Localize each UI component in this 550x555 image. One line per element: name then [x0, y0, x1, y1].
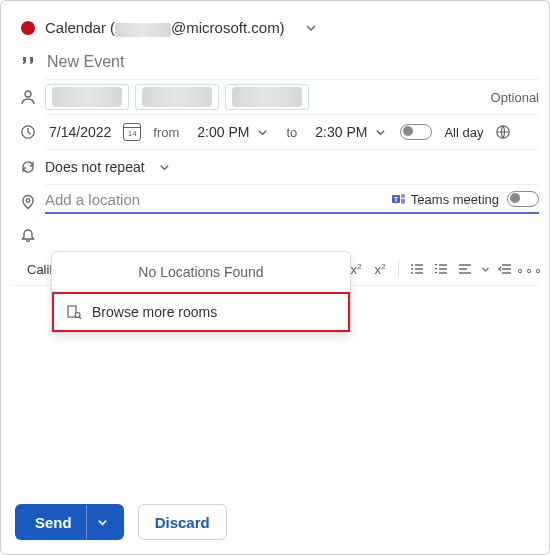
- repeat-icon: [11, 159, 45, 175]
- all-day-label: All day: [440, 125, 487, 140]
- all-day-toggle[interactable]: [400, 124, 432, 140]
- svg-rect-20: [459, 268, 467, 269]
- event-title-input[interactable]: [45, 52, 539, 72]
- timezone-icon[interactable]: [495, 124, 511, 140]
- end-time-select[interactable]: 2:30 PM: [309, 122, 392, 142]
- svg-point-0: [25, 91, 31, 97]
- from-label: from: [149, 125, 183, 140]
- more-options-button[interactable]: ∘∘∘: [519, 262, 539, 277]
- attendee-chip[interactable]: [135, 84, 219, 110]
- svg-point-7: [411, 264, 413, 266]
- align-button[interactable]: [455, 262, 475, 276]
- calendar-color-dot: [21, 21, 35, 35]
- quote-icon: [11, 54, 45, 70]
- attendees-field[interactable]: Optional: [45, 84, 539, 110]
- numbered-list-button[interactable]: [431, 262, 451, 276]
- clock-icon: [11, 124, 45, 140]
- svg-rect-24: [502, 272, 511, 273]
- svg-rect-23: [502, 268, 511, 269]
- chevron-down-icon[interactable]: [479, 259, 491, 279]
- svg-point-9: [411, 268, 413, 270]
- svg-rect-16: [435, 264, 437, 265]
- discard-button[interactable]: Discard: [138, 504, 227, 540]
- svg-rect-10: [415, 268, 423, 269]
- date-picker[interactable]: 7/14/2022: [45, 122, 115, 142]
- outdent-button[interactable]: [495, 262, 515, 276]
- svg-point-11: [411, 272, 413, 274]
- svg-rect-13: [439, 264, 447, 265]
- calendar-account-label[interactable]: Calendar (@microsoft.com): [45, 19, 285, 36]
- svg-rect-18: [435, 272, 437, 273]
- svg-rect-19: [459, 264, 471, 265]
- optional-attendees-button[interactable]: Optional: [483, 90, 539, 105]
- teams-meeting-label: Teams meeting: [411, 192, 499, 207]
- location-suggestions-dropdown: No Locations Found Browse more rooms: [51, 251, 351, 333]
- recurrence-select[interactable]: Does not repeat: [45, 159, 170, 175]
- bell-icon: [11, 228, 45, 244]
- svg-point-3: [26, 199, 30, 203]
- attendee-chip[interactable]: [225, 84, 309, 110]
- svg-point-6: [401, 194, 405, 198]
- to-label: to: [282, 125, 301, 140]
- bulleted-list-button[interactable]: [407, 262, 427, 276]
- chevron-down-icon[interactable]: [301, 18, 321, 38]
- svg-rect-12: [415, 272, 423, 273]
- browse-more-rooms-button[interactable]: Browse more rooms: [52, 292, 350, 332]
- svg-rect-21: [459, 272, 471, 273]
- send-split-icon[interactable]: [86, 505, 118, 539]
- teams-meeting-toggle[interactable]: [507, 191, 539, 207]
- location-input[interactable]: Add a location: [45, 191, 385, 208]
- location-icon: [11, 194, 45, 210]
- start-time-select[interactable]: 2:00 PM: [191, 122, 274, 142]
- svg-point-26: [75, 313, 80, 318]
- send-button[interactable]: Send: [15, 504, 124, 540]
- no-locations-message: No Locations Found: [52, 252, 350, 292]
- subscript-button[interactable]: x2: [370, 262, 390, 277]
- attendee-chip[interactable]: [45, 84, 129, 110]
- room-search-icon: [66, 304, 82, 320]
- teams-icon: T: [391, 191, 407, 207]
- svg-rect-8: [415, 264, 423, 265]
- svg-rect-22: [502, 264, 511, 265]
- svg-text:T: T: [394, 196, 399, 203]
- calendar-icon[interactable]: [123, 123, 141, 141]
- person-icon: [11, 89, 45, 105]
- svg-rect-14: [439, 268, 447, 269]
- svg-rect-17: [435, 268, 437, 269]
- svg-rect-15: [439, 272, 447, 273]
